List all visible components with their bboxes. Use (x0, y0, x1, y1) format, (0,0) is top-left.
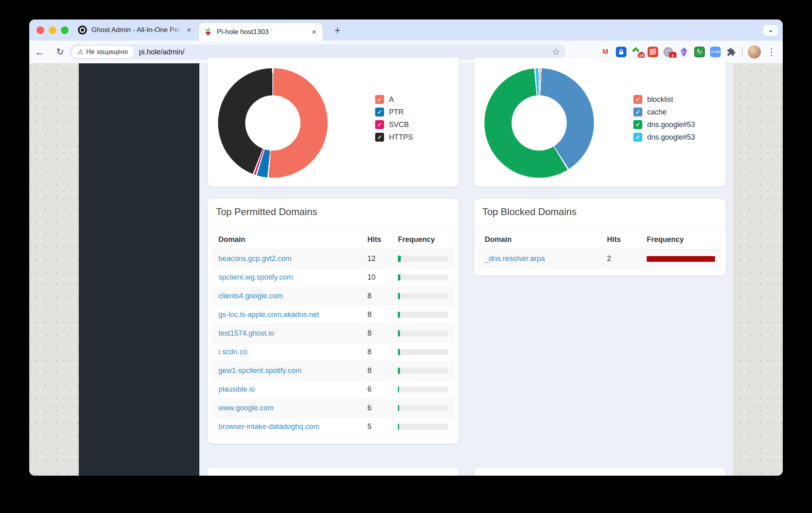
frequency-bar-track (398, 256, 448, 262)
checkbox-icon[interactable]: ✓ (375, 133, 384, 142)
domain-link[interactable]: clients4.google.com (218, 292, 283, 300)
domain-link[interactable]: www.google.com (218, 404, 274, 412)
hits-value: 6 (362, 380, 393, 399)
legend-item[interactable]: ✓A (375, 95, 413, 104)
tab-pihole[interactable]: Pi-hole host1303 × (199, 23, 322, 41)
legend-label: dns.google#53 (647, 133, 695, 142)
legend-label: A (389, 95, 394, 104)
table-row: gew1-spclient.spotify.com8 (213, 362, 454, 380)
password-manager-extension-icon[interactable] (616, 47, 626, 57)
frequency-bar-track (398, 405, 448, 411)
purple-gem-extension-icon[interactable] (678, 47, 689, 57)
legend-item[interactable]: ✓blocklist (633, 95, 695, 104)
table-row: plausible.io6 (213, 380, 454, 399)
domain-link[interactable]: beacons.gcp.gvt2.com (218, 254, 292, 263)
puzzle-icon (727, 47, 736, 56)
green-arrow-extension-icon[interactable]: 14 (632, 47, 642, 57)
url-text[interactable]: pi.hole/admin/ (139, 48, 184, 56)
gmail-extension-icon[interactable]: M (600, 47, 611, 57)
frequency-bar (398, 312, 400, 318)
new-tab-button[interactable]: + (331, 24, 343, 37)
tab-ghost-admin[interactable]: Ghost Admin - All-In-One Per × (73, 19, 197, 41)
window-close-button[interactable] (37, 26, 44, 34)
checkbox-icon[interactable]: ✓ (633, 120, 642, 129)
column-header: Hits (602, 231, 641, 250)
close-icon[interactable]: × (311, 28, 317, 36)
legend-item[interactable]: ✓SVCB (375, 120, 413, 129)
column-header: Frequency (641, 231, 721, 250)
close-icon[interactable]: × (186, 26, 192, 34)
domain-link[interactable]: browser-intake-datadoghq.com (218, 422, 319, 431)
frequency-bar-track (647, 256, 715, 262)
domain-link[interactable]: i.scdn.co (218, 348, 247, 356)
back-button[interactable]: ← (32, 41, 48, 63)
window-zoom-button[interactable] (61, 26, 69, 34)
frequency-bar-track (398, 424, 448, 430)
extensions-puzzle-icon[interactable] (726, 47, 736, 57)
chart-legend: ✓blocklist✓cache✓dns.google#53✓dns.googl… (633, 95, 695, 145)
domain-link[interactable]: test1574.ghost.io (218, 329, 274, 337)
hits-value: 8 (362, 362, 393, 380)
table-row: clients4.google.com8 (213, 287, 454, 306)
domain-link[interactable]: spclient.wg.spotify.com (218, 273, 293, 281)
bookmark-star-icon[interactable]: ☆ (552, 47, 560, 57)
legend-label: blocklist (647, 95, 673, 104)
pihole-favicon-icon (204, 28, 212, 36)
hits-value: 8 (362, 343, 393, 362)
card-title: Top Blocked Domains (474, 199, 726, 224)
legend-label: SVCB (389, 121, 409, 129)
chart-legend: ✓A✓PTR✓SVCB✓HTTPS (375, 95, 413, 145)
disabled-adblock-extension-icon[interactable]: x (663, 47, 673, 57)
table-row: spclient.wg.spotify.com10 (213, 268, 454, 287)
domain-link[interactable]: gs-loc.ls-apple.com.akadns.net (218, 310, 319, 319)
tldr-extension-icon[interactable]: TLDR (710, 47, 721, 57)
query-types-donut-chart[interactable] (218, 68, 328, 178)
table-row: gs-loc.ls-apple.com.akadns.net8 (213, 306, 454, 324)
table-row: _dns.resolver.arpa2 (479, 249, 721, 268)
upstream-servers-donut-chart[interactable] (484, 68, 594, 178)
table-row: i.scdn.co8 (213, 343, 454, 362)
checkbox-icon[interactable]: ✓ (375, 120, 384, 129)
hits-value: 8 (362, 324, 393, 343)
column-header: Domain (213, 231, 362, 250)
profile-avatar[interactable] (748, 45, 761, 58)
desktop-background: Ghost Admin - All-In-One Per × Pi-hole h… (0, 0, 812, 513)
lock-icon (618, 48, 625, 56)
tab-title: Pi-hole host1303 (217, 28, 269, 36)
legend-item[interactable]: ✓dns.google#53 (633, 133, 695, 142)
checkbox-icon[interactable]: ✓ (633, 95, 642, 104)
hits-value: 8 (362, 306, 393, 324)
frequency-bar-track (398, 330, 448, 336)
frequency-bar-track (398, 368, 448, 374)
frequency-bar-track (398, 312, 448, 318)
legend-item[interactable]: ✓cache (633, 108, 695, 116)
todoist-extension-icon[interactable] (648, 47, 658, 57)
column-header: Hits (362, 231, 393, 250)
window-minimize-button[interactable] (49, 26, 56, 34)
chevron-down-icon[interactable]: ⌄ (763, 25, 778, 36)
frequency-bar-track (398, 274, 448, 280)
checkbox-icon[interactable]: ✓ (633, 108, 642, 116)
domain-link[interactable]: plausible.io (218, 385, 255, 393)
frequency-bar (398, 405, 399, 411)
checkbox-icon[interactable]: ✓ (375, 108, 384, 116)
domain-link[interactable]: gew1-spclient.spotify.com (218, 366, 302, 375)
reload-button[interactable]: ↻ (52, 41, 68, 63)
frequency-bar-track (398, 293, 448, 299)
browser-menu-button[interactable]: ⋮ (766, 47, 777, 58)
site-security-chip[interactable]: ⚠ Не защищено (72, 46, 134, 58)
checkbox-icon[interactable]: ✓ (375, 95, 384, 104)
permitted-domains-table: DomainHitsFrequencybeacons.gcp.gvt2.com1… (213, 230, 454, 436)
legend-item[interactable]: ✓HTTPS (375, 133, 413, 142)
hits-value: 2 (602, 249, 641, 268)
pihole-sidebar[interactable] (79, 63, 199, 476)
legend-item[interactable]: ✓dns.google#53 (633, 120, 695, 129)
domain-link[interactable]: _dns.resolver.arpa (485, 254, 545, 263)
legend-item[interactable]: ✓PTR (375, 108, 413, 116)
table-row: beacons.gcp.gvt2.com12 (213, 249, 454, 268)
legend-label: cache (647, 108, 667, 116)
sync-extension-icon[interactable]: ↻ (694, 47, 705, 57)
frequency-bar (398, 368, 400, 374)
frequency-bar (398, 256, 401, 262)
checkbox-icon[interactable]: ✓ (633, 133, 642, 142)
